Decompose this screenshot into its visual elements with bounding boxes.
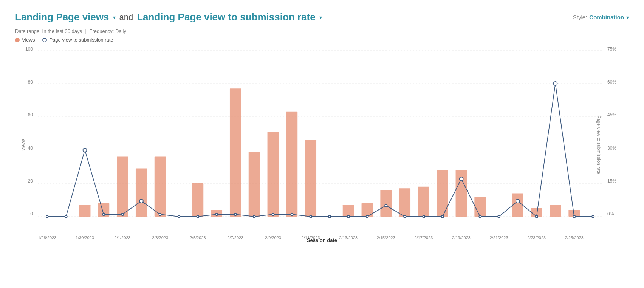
x-tick: 2/21/2023 (490, 235, 508, 240)
x-tick: 2/9/2023 (265, 235, 281, 240)
title-area: Landing Page views ▾ and Landing Page vi… (15, 11, 322, 23)
chart-container: 100 80 60 40 20 0 75% 60% 45% 30% 15% 0%… (15, 46, 629, 243)
svg-point-40 (234, 213, 237, 215)
metric1-title[interactable]: Landing Page views (15, 11, 109, 23)
svg-rect-20 (380, 190, 392, 217)
y-left-label: Views (21, 139, 26, 151)
svg-rect-22 (418, 187, 429, 217)
svg-point-56 (536, 215, 538, 218)
chart-inner (38, 46, 602, 217)
metric2-title[interactable]: Landing Page view to submission rate (137, 11, 315, 23)
x-tick: 2/19/2023 (452, 235, 471, 240)
style-value[interactable]: Combination (589, 14, 624, 20)
x-label: Session date (307, 237, 337, 243)
svg-point-36 (159, 213, 161, 215)
svg-rect-6 (79, 205, 91, 217)
svg-point-42 (272, 213, 274, 215)
legend-views-label: Views (22, 37, 35, 43)
x-tick: 2/3/2023 (152, 235, 168, 240)
svg-rect-13 (230, 88, 241, 217)
svg-point-51 (441, 215, 444, 218)
svg-point-50 (423, 215, 425, 218)
svg-point-41 (253, 215, 255, 218)
svg-point-54 (498, 215, 500, 218)
svg-point-39 (215, 213, 218, 215)
y-axis-left: 100 80 60 40 20 0 (15, 46, 36, 217)
meta-row: Date range: In the last 30 days | Freque… (15, 28, 629, 34)
x-tick: 2/5/2023 (190, 235, 206, 240)
svg-point-58 (573, 215, 575, 218)
x-tick: 1/30/2023 (76, 235, 94, 240)
svg-point-37 (178, 215, 180, 218)
svg-point-57 (554, 82, 557, 85)
date-range: Date range: In the last 30 days (15, 28, 82, 34)
svg-point-30 (46, 215, 48, 218)
svg-rect-8 (117, 157, 128, 217)
svg-point-49 (404, 215, 406, 218)
chart-svg (38, 46, 602, 217)
style-dropdown[interactable]: ▾ (626, 14, 629, 20)
svg-point-32 (83, 148, 87, 152)
svg-rect-18 (343, 205, 354, 217)
metric2-dropdown[interactable]: ▾ (319, 14, 322, 20)
svg-point-47 (366, 215, 368, 218)
svg-point-59 (592, 215, 594, 218)
svg-point-48 (385, 204, 387, 207)
legend-views: Views (15, 37, 35, 43)
svg-rect-10 (155, 157, 166, 217)
legend-rate: Page view to submission rate (42, 37, 113, 43)
svg-rect-14 (249, 152, 260, 217)
svg-rect-11 (192, 183, 203, 217)
svg-point-43 (291, 213, 293, 215)
page-header: Landing Page views ▾ and Landing Page vi… (15, 11, 629, 23)
svg-point-35 (139, 199, 143, 203)
svg-point-53 (479, 215, 481, 218)
metric1-dropdown[interactable]: ▾ (113, 14, 116, 20)
style-selector: Style: Combination ▾ (573, 14, 629, 20)
svg-rect-28 (550, 205, 561, 217)
y-axis-right: 75% 60% 45% 30% 15% 0% (604, 46, 629, 217)
svg-point-34 (121, 213, 124, 215)
legend-rate-label: Page view to submission rate (49, 37, 113, 43)
svg-rect-26 (512, 193, 523, 217)
svg-rect-25 (474, 197, 486, 217)
svg-rect-17 (305, 140, 316, 217)
svg-rect-21 (399, 188, 410, 217)
x-tick: 2/7/2023 (227, 235, 243, 240)
svg-rect-23 (437, 170, 448, 217)
x-tick: 2/23/2023 (527, 235, 546, 240)
views-dot (15, 38, 20, 42)
svg-point-44 (310, 215, 312, 218)
rate-dot (42, 38, 47, 42)
svg-point-52 (460, 177, 463, 181)
svg-rect-15 (268, 132, 279, 217)
x-tick: 1/28/2023 (38, 235, 56, 240)
style-label: Style: (573, 14, 587, 20)
svg-point-38 (197, 215, 199, 218)
x-tick: 2/15/2023 (377, 235, 395, 240)
svg-rect-9 (136, 168, 147, 217)
svg-point-45 (328, 215, 331, 218)
x-tick: 2/17/2023 (414, 235, 433, 240)
svg-point-33 (102, 213, 105, 215)
svg-point-55 (516, 199, 520, 203)
chart-legend: Views Page view to submission rate (15, 37, 629, 43)
x-tick: 2/1/2023 (115, 235, 131, 240)
x-tick: 2/13/2023 (339, 235, 358, 240)
svg-point-31 (65, 215, 67, 218)
x-tick: 2/25/2023 (565, 235, 584, 240)
svg-rect-16 (286, 112, 297, 217)
frequency: Frequency: Daily (89, 28, 126, 34)
svg-point-46 (347, 215, 350, 218)
and-text: and (119, 12, 133, 22)
